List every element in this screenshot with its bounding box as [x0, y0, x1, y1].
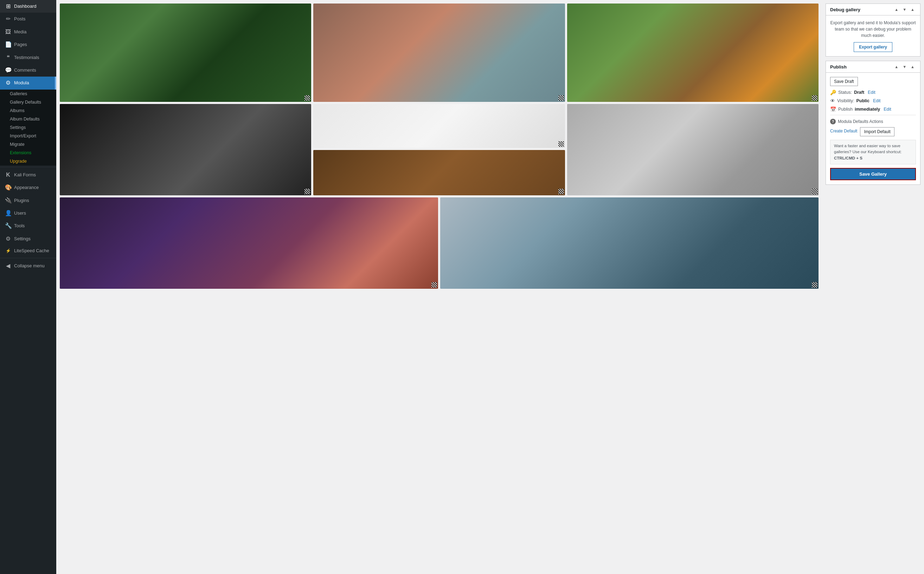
sidebar: ⊞ Dashboard ✏ Posts 🖼 Media 📄 Pages ❝ Te… [0, 0, 56, 574]
sidebar-item-posts[interactable]: ✏ Posts [0, 13, 56, 25]
gallery-image-minimal[interactable] [313, 104, 565, 148]
status-value: Draft [854, 90, 864, 95]
edit-corner-woman[interactable] [304, 189, 310, 194]
sidebar-item-label: Settings [14, 236, 31, 242]
pages-icon: 📄 [5, 41, 11, 49]
kali-forms-icon: K [5, 171, 11, 179]
publish-body: Save Draft 🔑 Status: Draft Edit 👁 Visibi… [826, 73, 920, 184]
import-default-button[interactable]: Import Default [860, 127, 894, 136]
visibility-row: 👁 Visibility: Public Edit [830, 98, 916, 104]
submenu-gallery-defaults[interactable]: Gallery Defaults [0, 98, 56, 106]
sidebar-item-label: Dashboard [14, 3, 36, 9]
publish-close-btn[interactable]: ▲ [909, 64, 916, 69]
sidebar-item-tools[interactable]: 🔧 Tools [0, 219, 56, 232]
panel-controls: ▲ ▼ ▲ [893, 7, 916, 12]
sidebar-item-label: Posts [14, 16, 26, 22]
sidebar-item-label: Modula [14, 80, 29, 86]
edit-corner-face[interactable] [559, 95, 564, 101]
sidebar-item-plugins[interactable]: 🔌 Plugins [0, 194, 56, 207]
status-icon: 🔑 [830, 90, 836, 95]
settings-icon: ⚙ [5, 235, 11, 243]
publish-collapse-up-btn[interactable]: ▲ [893, 64, 900, 69]
status-edit-link[interactable]: Edit [868, 90, 875, 95]
edit-corner-mountains[interactable] [812, 282, 818, 288]
edit-corner-minimal[interactable] [559, 141, 564, 147]
panel-collapse-up-btn[interactable]: ▲ [893, 7, 900, 12]
publish-time-edit-link[interactable]: Edit [884, 107, 891, 112]
submenu-import-export[interactable]: Import/Export [0, 132, 56, 140]
status-row: 🔑 Status: Draft Edit [830, 90, 916, 95]
save-draft-button[interactable]: Save Draft [830, 77, 858, 86]
modula-defaults-section: ? Modula Defaults Actions Create Default… [830, 115, 916, 136]
sidebar-item-label: Users [14, 210, 26, 216]
sidebar-item-label: Kali Forms [14, 172, 36, 178]
visibility-label: Visibility: [837, 98, 854, 103]
sidebar-item-label: Pages [14, 41, 27, 48]
posts-icon: ✏ [5, 15, 11, 23]
sidebar-item-pages[interactable]: 📄 Pages [0, 38, 56, 51]
sidebar-item-appearance[interactable]: 🎨 Appearance [0, 181, 56, 194]
sidebar-collapse[interactable]: ◀ Collapse menu [0, 260, 56, 272]
submenu-galleries[interactable]: Galleries [0, 90, 56, 98]
panel-collapse-down-btn[interactable]: ▼ [901, 7, 908, 12]
submenu-migrate[interactable]: Migrate [0, 140, 56, 148]
keyboard-shortcut-notice: Want a faster and easier way to save gal… [830, 140, 916, 164]
publish-controls: ▲ ▼ ▲ [893, 64, 916, 69]
sidebar-item-comments[interactable]: 💬 Comments [0, 64, 56, 77]
sidebar-item-settings[interactable]: ⚙ Settings [0, 233, 56, 245]
sidebar-item-kali-forms[interactable]: K Kali Forms [0, 169, 56, 181]
sidebar-item-modula[interactable]: ⚙ Modula [0, 77, 56, 89]
visibility-icon: 👁 [830, 98, 835, 104]
gallery-image-mountains[interactable] [440, 197, 818, 289]
gallery-image-dock[interactable] [60, 197, 438, 289]
keyboard-shortcut: CTRL/CMD + S [834, 156, 862, 160]
export-gallery-button[interactable]: Export gallery [854, 42, 892, 52]
publish-header: Publish ▲ ▼ ▲ [826, 61, 920, 73]
gallery-image-woman[interactable] [60, 104, 311, 195]
calendar-icon: 📅 [830, 106, 836, 112]
edit-corner-fox[interactable] [812, 95, 818, 101]
publish-title: Publish [830, 64, 846, 69]
publish-collapse-down-btn[interactable]: ▼ [901, 64, 908, 69]
litespeed-icon: ⚡ [5, 248, 11, 254]
gallery-image-car[interactable] [567, 104, 818, 195]
create-default-link[interactable]: Create Default [830, 127, 857, 136]
sidebar-item-media[interactable]: 🖼 Media [0, 26, 56, 38]
sidebar-item-label: LiteSpeed Cache [14, 248, 49, 254]
edit-corner-wood[interactable] [559, 189, 564, 194]
visibility-edit-link[interactable]: Edit [873, 98, 881, 103]
save-gallery-button[interactable]: Save Gallery [830, 168, 916, 180]
publish-time-row: 📅 Publish immediately Edit [830, 106, 916, 112]
testimonials-icon: ❝ [5, 54, 11, 62]
modula-icon: ⚙ [5, 79, 11, 87]
visibility-value: Public [856, 98, 870, 103]
sidebar-item-litespeed[interactable]: ⚡ LiteSpeed Cache [0, 245, 56, 256]
sidebar-item-testimonials[interactable]: ❝ Testimonials [0, 51, 56, 64]
edit-corner-car[interactable] [812, 189, 818, 194]
debug-gallery-body: Export gallery and send it to Modula's s… [826, 16, 920, 56]
edit-corner-dock[interactable] [431, 282, 437, 288]
plugins-icon: 🔌 [5, 197, 11, 205]
edit-corner-forest[interactable] [304, 95, 310, 101]
panel-close-btn[interactable]: ▲ [909, 7, 916, 12]
tools-icon: 🔧 [5, 222, 11, 230]
submenu-upgrade[interactable]: Upgrade [0, 157, 56, 166]
submenu-albums[interactable]: Albums [0, 106, 56, 115]
defaults-buttons: Create Default Import Default [830, 127, 916, 136]
keyboard-notice-text: Want a faster and easier way to save gal… [834, 144, 902, 154]
sidebar-divider-2 [0, 258, 56, 258]
gallery-area [56, 0, 822, 574]
sidebar-item-users[interactable]: 👤 Users [0, 207, 56, 219]
gallery-image-fox[interactable] [567, 3, 818, 102]
gallery-image-forest[interactable] [60, 3, 311, 102]
sidebar-item-label: Media [14, 29, 26, 35]
gallery-image-face[interactable] [313, 3, 565, 102]
debug-gallery-description: Export gallery and send it to Modula's s… [830, 20, 916, 39]
status-label: Status: [838, 90, 852, 95]
publish-panel: Publish ▲ ▼ ▲ Save Draft 🔑 Status: Draft… [826, 61, 921, 185]
submenu-settings[interactable]: Settings [0, 123, 56, 132]
sidebar-item-dashboard[interactable]: ⊞ Dashboard [0, 0, 56, 13]
submenu-extensions[interactable]: Extensions [0, 148, 56, 157]
submenu-album-defaults[interactable]: Album Defaults [0, 115, 56, 123]
gallery-image-wood[interactable] [313, 150, 565, 195]
